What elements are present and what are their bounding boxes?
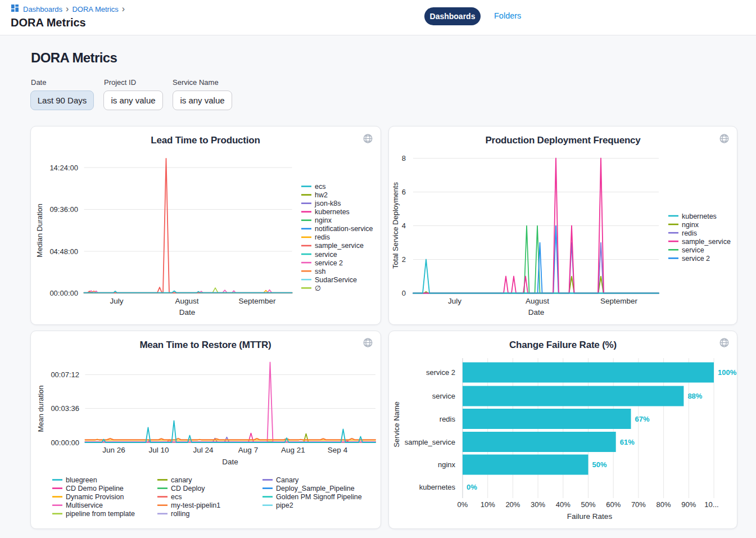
svg-text:00:07:12: 00:07:12 <box>51 370 79 379</box>
svg-text:json-k8s: json-k8s <box>314 200 341 207</box>
svg-text:pipe2: pipe2 <box>276 501 293 509</box>
svg-text:service: service <box>682 246 704 254</box>
svg-text:0: 0 <box>402 289 406 297</box>
svg-text:Total Service Deployments: Total Service Deployments <box>391 182 400 269</box>
svg-text:kubernetes: kubernetes <box>419 482 456 491</box>
svg-text:61%: 61% <box>620 437 635 446</box>
svg-text:04:48:00: 04:48:00 <box>49 247 78 256</box>
svg-text:30%: 30% <box>531 500 545 509</box>
svg-text:Aug 7: Aug 7 <box>238 445 257 454</box>
svg-text:kubernetes: kubernetes <box>315 208 350 216</box>
svg-text:00:03:36: 00:03:36 <box>51 404 79 413</box>
svg-text:100%: 100% <box>718 368 737 377</box>
svg-text:canary: canary <box>171 476 192 484</box>
svg-text:60%: 60% <box>606 500 621 509</box>
svg-text:service 2: service 2 <box>682 255 710 263</box>
svg-text:July: July <box>448 297 461 305</box>
svg-text:20%: 20% <box>505 500 520 509</box>
svg-text:∅: ∅ <box>315 284 321 292</box>
svg-text:August: August <box>175 297 198 305</box>
svg-text:ecs: ecs <box>315 183 325 191</box>
svg-text:Date: Date <box>528 308 545 317</box>
svg-text:Jul 24: Jul 24 <box>193 445 214 454</box>
svg-text:Sep 4: Sep 4 <box>327 445 347 454</box>
svg-text:Canary: Canary <box>276 476 299 484</box>
svg-text:Deploy_Sample_Pipeline: Deploy_Sample_Pipeline <box>276 485 355 492</box>
svg-text:Service Name: Service Name <box>392 401 401 447</box>
svg-text:bluegreen: bluegreen <box>66 476 97 484</box>
svg-text:September: September <box>600 297 638 305</box>
svg-text:Mean duration: Mean duration <box>37 385 45 432</box>
svg-text:nginx: nginx <box>315 216 332 224</box>
svg-text:service: service <box>315 251 337 259</box>
svg-text:CD Demo Pipeline: CD Demo Pipeline <box>66 485 124 492</box>
svg-text:nginx: nginx <box>438 460 456 469</box>
svg-text:Date: Date <box>222 457 238 465</box>
svg-text:nginx: nginx <box>682 221 699 229</box>
svg-text:service 2: service 2 <box>315 259 343 267</box>
svg-text:sample_service: sample_service <box>315 242 364 250</box>
svg-text:10%: 10% <box>481 500 495 509</box>
svg-text:service 2: service 2 <box>426 368 455 377</box>
svg-text:Date: Date <box>179 308 195 317</box>
svg-text:rolling: rolling <box>171 510 189 518</box>
svg-text:redis: redis <box>440 414 456 423</box>
svg-text:50%: 50% <box>581 500 595 509</box>
svg-text:2: 2 <box>402 255 406 264</box>
svg-text:hw2: hw2 <box>315 191 328 199</box>
svg-text:September: September <box>238 297 276 305</box>
svg-text:70%: 70% <box>631 500 646 509</box>
svg-text:67%: 67% <box>635 414 650 423</box>
svg-text:90%: 90% <box>681 500 696 509</box>
svg-text:4: 4 <box>402 221 406 230</box>
svg-text:sample_service: sample_service <box>682 238 731 246</box>
svg-text:ecs: ecs <box>171 493 182 501</box>
svg-text:0%: 0% <box>467 482 477 491</box>
svg-text:my-test-pipelin1: my-test-pipelin1 <box>171 501 220 509</box>
svg-text:kubernetes: kubernetes <box>682 213 717 220</box>
svg-text:Failure Rates: Failure Rates <box>567 512 613 521</box>
svg-text:88%: 88% <box>687 392 702 400</box>
svg-text:40%: 40% <box>556 500 571 509</box>
svg-text:service: service <box>432 392 455 400</box>
svg-text:redis: redis <box>315 233 330 241</box>
svg-text:redis: redis <box>682 229 697 237</box>
svg-text:09:36:00: 09:36:00 <box>49 205 78 214</box>
svg-text:Multiservice: Multiservice <box>66 501 103 509</box>
svg-text:Median Duration: Median Duration <box>35 204 44 257</box>
svg-text:50%: 50% <box>592 460 607 469</box>
svg-text:Golden PM Signoff Pipeline: Golden PM Signoff Pipeline <box>276 493 362 501</box>
svg-text:Dynamic Provision: Dynamic Provision <box>66 493 124 501</box>
svg-text:SudarService: SudarService <box>315 276 357 284</box>
svg-text:August: August <box>526 297 549 305</box>
svg-text:0%: 0% <box>458 500 468 509</box>
svg-text:Aug 21: Aug 21 <box>281 445 305 454</box>
svg-text:00:00:00: 00:00:00 <box>49 289 78 297</box>
svg-text:CD Deploy: CD Deploy <box>171 485 205 492</box>
svg-text:notification-service: notification-service <box>315 225 373 233</box>
svg-text:00:00:00: 00:00:00 <box>51 438 79 446</box>
svg-text:Jul 10: Jul 10 <box>148 445 169 454</box>
svg-text:80%: 80% <box>657 500 671 509</box>
svg-text:10...: 10... <box>704 500 718 509</box>
svg-text:6: 6 <box>402 188 406 196</box>
svg-text:14:24:00: 14:24:00 <box>49 164 78 172</box>
svg-text:sample_service: sample_service <box>405 437 455 446</box>
svg-text:ssh: ssh <box>315 268 326 275</box>
svg-text:pipeline from template: pipeline from template <box>66 510 135 518</box>
svg-text:8: 8 <box>402 154 406 162</box>
svg-text:July: July <box>110 297 123 305</box>
svg-text:Jun 26: Jun 26 <box>102 445 125 454</box>
